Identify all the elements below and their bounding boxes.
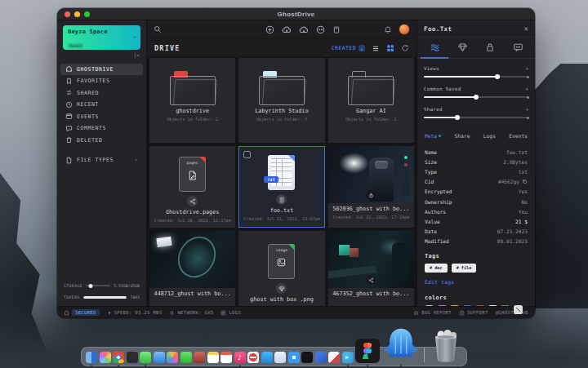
storage-slider[interactable] <box>86 285 110 286</box>
select-checkbox[interactable] <box>243 151 251 158</box>
image-card-448712[interactable]: 448712_ghost with bo... <box>149 231 235 306</box>
avatar[interactable] <box>399 24 410 35</box>
sidebar-item-favorites[interactable]: FAVORITES <box>60 76 143 87</box>
tab-gem[interactable] <box>448 38 476 59</box>
dock-safari-icon[interactable] <box>288 352 300 363</box>
dock-xcode-icon[interactable] <box>274 352 286 363</box>
tab-security[interactable] <box>476 38 504 59</box>
secured-status[interactable]: SECURED <box>64 309 100 316</box>
slider-track[interactable] <box>424 95 528 99</box>
file-card-ghost-with-box-png[interactable]: image ghost with box .png <box>238 231 324 306</box>
dock-telegram-icon[interactable] <box>342 352 354 363</box>
main-content: DRIVE CREATED ↓ gho <box>147 20 416 306</box>
sidebar-item-shared[interactable]: SHARED <box>60 87 143 99</box>
sort-by-created-button[interactable]: CREATED ↓ <box>332 45 365 51</box>
panel-icon-tabs <box>417 38 535 59</box>
file-card-ghostdrive-pages[interactable]: pages Ghostdrive.pages Created: Jul 20, … <box>149 146 235 228</box>
dock-music-icon[interactable]: ♪ <box>234 352 246 363</box>
tab-activity[interactable] <box>421 38 448 59</box>
file-card-foo-txt[interactable]: TXT foo.txt Created: Jul 21, 2023, 23:07… <box>238 146 324 228</box>
meta-row-value: Value21 $ <box>425 216 528 226</box>
dock-trash-icon[interactable] <box>430 329 462 363</box>
ghostdrive-handle[interactable]: @GHOSTDRIVE <box>496 310 528 315</box>
sidebar-item-events[interactable]: EVENTS <box>60 111 143 122</box>
bookmark-icon <box>65 78 73 85</box>
bug-report-button[interactable]: BUG REPORT <box>413 310 452 316</box>
tag-chip-file[interactable]: # file <box>452 264 477 273</box>
cloud-upload-icon[interactable] <box>282 25 292 34</box>
share-icon[interactable] <box>187 196 198 206</box>
sidebar-item-ghostdrive[interactable]: GHOSTDRIVE <box>60 64 143 75</box>
document-icon[interactable] <box>276 194 287 205</box>
image-card-502036[interactable]: 502036_ghost with bo... Created: Jul 22,… <box>328 146 414 228</box>
search-input[interactable] <box>165 25 222 33</box>
tab-logs[interactable]: Logs <box>483 133 496 139</box>
edit-tags-link[interactable]: Edit tags <box>425 279 528 285</box>
space-switcher[interactable]: Neyza Space Owner ⌄ <box>63 25 140 50</box>
dock-do-not-disturb-icon[interactable] <box>247 352 259 363</box>
tab-share[interactable]: Share <box>454 133 470 139</box>
list-view-icon[interactable] <box>372 45 380 52</box>
sidebar-item-file-types[interactable]: FILE TYPES › <box>60 155 143 166</box>
add-icon[interactable] <box>265 25 274 34</box>
slider-add-icon[interactable]: + <box>525 106 528 112</box>
slider-handle[interactable] <box>495 74 500 79</box>
copy-icon[interactable] <box>522 179 528 184</box>
cloud-download-icon[interactable] <box>299 25 309 34</box>
tab-comments[interactable] <box>504 38 532 59</box>
dock-calendar-icon[interactable] <box>220 352 232 363</box>
dock-messages-icon[interactable] <box>140 352 151 363</box>
grid-view-icon[interactable] <box>386 44 394 52</box>
dock-mail-icon[interactable] <box>154 352 165 363</box>
slider-add-icon[interactable]: + <box>525 86 528 91</box>
slider-add-icon[interactable]: + <box>525 65 528 71</box>
tab-meta[interactable]: Meta <box>425 133 441 139</box>
dock-finder-icon[interactable] <box>86 352 97 363</box>
tab-events[interactable]: Events <box>509 133 528 139</box>
slider-handle[interactable] <box>474 95 479 100</box>
dock-facetime-icon[interactable] <box>180 352 192 363</box>
titlebar[interactable]: GhostDrive <box>57 8 535 20</box>
dock-notion-icon[interactable] <box>127 352 138 363</box>
dock-terminal-icon[interactable] <box>301 352 313 363</box>
gem-icon[interactable] <box>276 283 287 294</box>
archive-icon[interactable] <box>332 25 341 34</box>
close-icon[interactable]: ✕ <box>524 24 528 33</box>
slider-track[interactable] <box>424 74 528 78</box>
color-swatch-custom[interactable] <box>514 305 523 314</box>
tag-chip-doc[interactable]: # doc <box>425 264 448 273</box>
tokens-meter: TOKENS 7403 <box>64 293 140 301</box>
dock-photos-icon[interactable] <box>167 352 178 363</box>
logs-icon <box>220 310 226 316</box>
support-button[interactable]: SUPPORT <box>459 310 488 316</box>
dock-figma-icon[interactable] <box>355 339 380 363</box>
dock-launchpad-icon[interactable] <box>100 352 111 363</box>
lock-icon[interactable] <box>366 190 376 200</box>
ghost-actions-icon[interactable] <box>316 25 325 34</box>
chat-icon <box>513 42 523 52</box>
image-card-467352[interactable]: 467352_ghost with bo... <box>328 231 414 306</box>
storage-slider-handle[interactable] <box>89 284 93 288</box>
share-arrows-icon <box>65 89 73 96</box>
logs-status[interactable]: LOGS <box>220 310 241 316</box>
dock-photo-booth-icon[interactable] <box>194 352 205 363</box>
folder-card-ghostdrive[interactable]: ghostdrive Objects in folder: 2 <box>149 58 235 143</box>
dock-little-snitch-icon[interactable] <box>328 352 340 363</box>
dock-chrome-icon[interactable] <box>113 352 124 363</box>
dock-ghostdrive-app-icon[interactable] <box>382 326 420 363</box>
dock-app-store-icon[interactable] <box>261 352 273 363</box>
dock-pixelmator-icon[interactable] <box>315 352 327 363</box>
collapse-sidebar-icon[interactable]: |< <box>133 52 140 59</box>
share-icon[interactable] <box>366 275 376 285</box>
bell-icon[interactable] <box>384 25 392 34</box>
folder-card-gangar-ai[interactable]: Gangar AI Objects in folder: 1 <box>328 58 414 143</box>
dock-notes-icon[interactable] <box>207 352 219 363</box>
refresh-icon[interactable] <box>401 44 409 52</box>
slider-track[interactable] <box>424 115 528 119</box>
sidebar-item-deleted[interactable]: DELETED <box>60 135 143 146</box>
chevron-down-icon: ⌄ <box>133 33 136 39</box>
slider-handle[interactable] <box>455 115 460 120</box>
sidebar-item-comments[interactable]: COMMENTS <box>60 123 143 135</box>
folder-card-labyrinth-studio[interactable]: Labyrinth Studio Objects in folder: 7 <box>238 58 324 143</box>
sidebar-item-recent[interactable]: RECENT <box>60 100 143 111</box>
